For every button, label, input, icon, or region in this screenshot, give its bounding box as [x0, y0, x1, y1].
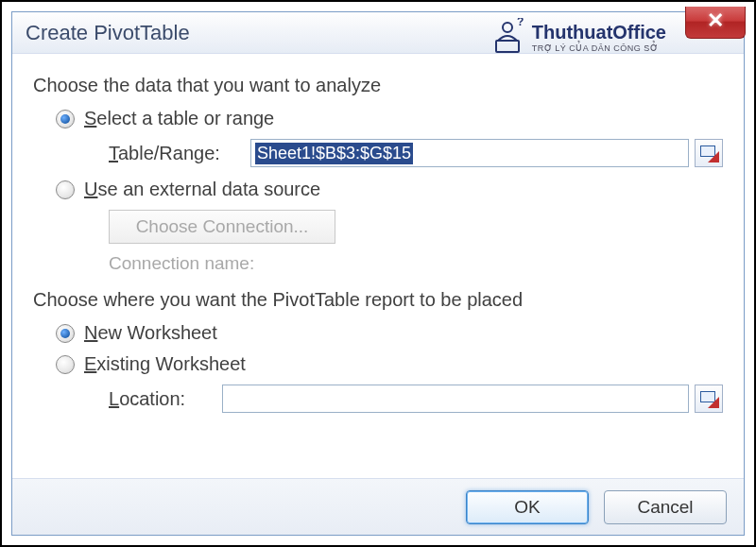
- svg-rect-1: [496, 41, 519, 52]
- create-pivottable-dialog: Create PivotTable ✕ ? ThuthuatOffice TRỢ…: [11, 11, 745, 536]
- choose-connection-button: Choose Connection...: [109, 210, 335, 244]
- collapse-dialog-button[interactable]: [695, 385, 723, 413]
- table-range-label: Table/Range:: [109, 143, 250, 164]
- table-range-field-row: Table/Range: Sheet1!$B$3:$G$15: [109, 139, 723, 167]
- person-laptop-icon: ?: [489, 18, 526, 56]
- radio-icon: [56, 355, 75, 374]
- range-selector-icon: [700, 145, 717, 161]
- collapse-dialog-button[interactable]: [695, 139, 723, 167]
- radio-icon: [56, 110, 75, 128]
- dialog-titlebar: Create PivotTable ✕ ? ThuthuatOffice TRỢ…: [12, 12, 744, 54]
- range-selector-icon: [700, 391, 717, 406]
- section2-heading: Choose where you want the PivotTable rep…: [33, 289, 723, 311]
- radio-label: Use an external data source: [84, 179, 320, 200]
- radio-external-data-source[interactable]: Use an external data source: [56, 179, 723, 200]
- radio-icon: [56, 324, 75, 343]
- close-button[interactable]: ✕: [685, 7, 746, 39]
- svg-text:?: ?: [517, 18, 524, 28]
- section1-heading: Choose the data that you want to analyze: [33, 75, 723, 96]
- radio-icon: [56, 180, 75, 199]
- table-range-input[interactable]: Sheet1!$B$3:$G$15: [250, 139, 689, 167]
- dialog-button-bar: OK Cancel: [12, 478, 744, 535]
- radio-label: Existing Worksheet: [84, 353, 246, 375]
- radio-select-table-range[interactable]: Select a table or range: [56, 108, 723, 129]
- close-icon: ✕: [707, 9, 724, 32]
- radio-label: New Worksheet: [84, 322, 217, 344]
- dialog-body: Choose the data that you want to analyze…: [12, 54, 744, 478]
- location-field-row: Location:: [109, 385, 723, 413]
- watermark-sub: TRỢ LÝ CỦA DÂN CÔNG SỞ: [532, 43, 666, 53]
- dialog-title: Create PivotTable: [26, 21, 190, 45]
- location-label: Location:: [109, 388, 222, 410]
- radio-label: Select a table or range: [84, 108, 274, 129]
- watermark-text: ThuthuatOffice: [532, 22, 666, 43]
- connection-name-label: Connection name:: [109, 253, 723, 274]
- location-input[interactable]: [222, 385, 689, 413]
- radio-existing-worksheet[interactable]: Existing Worksheet: [56, 353, 723, 375]
- watermark-logo: ? ThuthuatOffice TRỢ LÝ CỦA DÂN CÔNG SỞ: [489, 18, 666, 56]
- radio-new-worksheet[interactable]: New Worksheet: [56, 322, 723, 344]
- ok-button[interactable]: OK: [466, 490, 589, 524]
- cancel-button[interactable]: Cancel: [604, 490, 727, 524]
- svg-point-0: [503, 23, 512, 32]
